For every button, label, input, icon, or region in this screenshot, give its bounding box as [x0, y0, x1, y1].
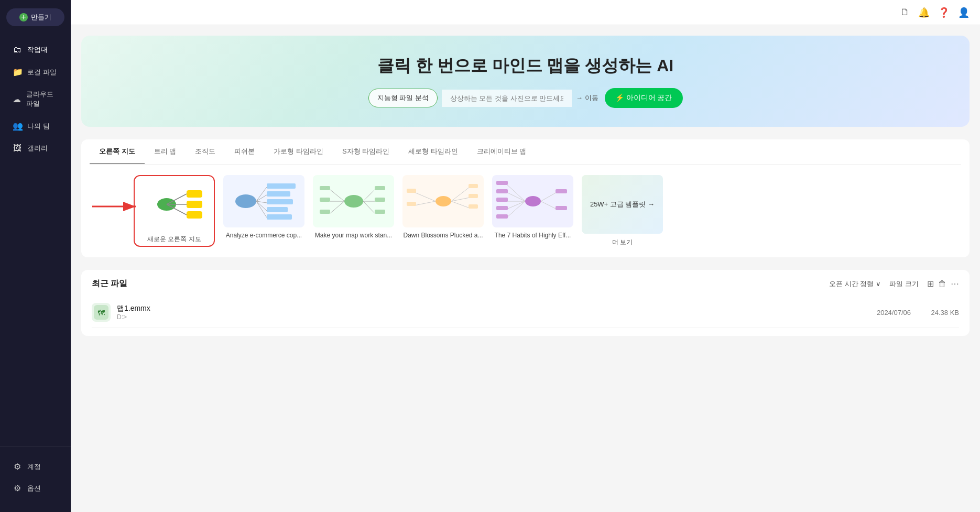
help-icon[interactable]: ❓ [938, 7, 950, 18]
svg-rect-41 [469, 184, 478, 188]
svg-rect-32 [375, 210, 385, 214]
topbar: 🗋 🔔 ❓ 👤 [71, 0, 980, 25]
svg-rect-40 [407, 202, 416, 206]
sidebar-bottom: ⚙ 계정 ⚙ 옵션 [0, 446, 71, 512]
grid-view-button[interactable]: ⊞ [927, 279, 934, 289]
svg-point-33 [435, 196, 451, 206]
hero-go-button[interactable]: → 이동 [576, 93, 598, 103]
template-card-ecommerce[interactable]: Analyze e-commerce cop... [223, 175, 304, 247]
template-card-seven-habits[interactable]: The 7 Habits of Highly Eff... [492, 175, 573, 247]
card-thumb-work [313, 175, 394, 227]
more-card-label: 25W+ 고급 템플릿 → [590, 200, 655, 209]
tab-s-timeline[interactable]: S자형 타임라인 [333, 139, 399, 165]
tab-creative-map[interactable]: 크리에이티브 맵 [467, 139, 536, 165]
view-icons: ⊞ 🗑 ⋯ [927, 279, 959, 289]
hero-title: 클릭 한 번으로 마인드 맵을 생성하는 AI [102, 55, 949, 78]
hero-tag-button[interactable]: 지능형 파일 분석 [368, 89, 438, 107]
sidebar-item-options[interactable]: ⚙ 옵션 [4, 478, 67, 498]
hero-banner: 클릭 한 번으로 마인드 맵을 생성하는 AI 지능형 파일 분석 → 이동 ⚡… [81, 36, 970, 127]
template-cards: 새로운 오른쪽 지도 [132, 175, 665, 247]
sort-button[interactable]: 오픈 시간 정렬 ∨ [829, 279, 881, 289]
tab-tree-map[interactable]: 트리 맵 [145, 139, 186, 165]
file-size: 24.38 KB [917, 309, 959, 317]
svg-rect-17 [267, 199, 293, 204]
tab-h-timeline[interactable]: 가로형 타임라인 [264, 139, 333, 165]
notification-icon[interactable]: 🔔 [918, 7, 930, 18]
sidebar-item-gallery-label: 갤러리 [27, 144, 48, 153]
svg-line-23 [330, 201, 344, 213]
svg-line-50 [541, 192, 557, 201]
svg-line-34 [415, 192, 435, 201]
content-area: 클릭 한 번으로 마인드 맵을 생성하는 AI 지능형 파일 분석 → 이동 ⚡… [71, 25, 980, 512]
see-more-label[interactable]: 더 보기 [612, 238, 633, 247]
create-button-label: 만들기 [31, 13, 51, 22]
svg-rect-16 [267, 191, 290, 197]
template-tabs: 오른쪽 지도 트리 맵 조직도 피쉬본 가로형 타임라인 S자형 타임라인 세로… [90, 139, 961, 165]
sidebar-item-options-label: 옵션 [27, 484, 41, 493]
svg-rect-31 [375, 198, 385, 202]
user-avatar[interactable]: 👤 [958, 7, 970, 18]
svg-line-21 [330, 190, 344, 201]
sidebar-item-account[interactable]: ⚙ 계정 [4, 456, 67, 477]
sidebar: + 만들기 🗂 작업대 📁 로컬 파일 ☁ 클라우드 파일 👥 나의 팀 🖼 갤… [0, 0, 71, 512]
svg-rect-57 [556, 189, 567, 193]
card-label-work-map: Make your map work stan... [313, 232, 394, 239]
svg-rect-8 [187, 211, 202, 219]
svg-rect-52 [496, 181, 508, 185]
file-row[interactable]: 🗺 맵1.emmx D:> 2024/07/06 24.38 KB [92, 298, 959, 328]
card-label-new-right-map: 새로운 오른쪽 지도 [137, 235, 212, 244]
account-icon: ⚙ [13, 462, 22, 472]
template-card-new-right-map[interactable]: 새로운 오른쪽 지도 [134, 175, 215, 247]
sidebar-item-local-files-label: 로컬 파일 [27, 68, 57, 77]
my-team-icon: 👥 [13, 121, 22, 131]
file-date: 2024/07/06 [848, 309, 911, 317]
sidebar-item-local-files[interactable]: 📁 로컬 파일 [4, 62, 67, 82]
sidebar-item-my-team-label: 나의 팀 [27, 122, 50, 131]
sidebar-item-workspace[interactable]: 🗂 작업대 [4, 40, 67, 60]
svg-rect-39 [407, 189, 416, 193]
hero-search-input[interactable] [442, 90, 572, 107]
local-files-icon: 📁 [13, 67, 22, 77]
svg-point-20 [344, 195, 363, 208]
sidebar-item-cloud-files[interactable]: ☁ 클라우드 파일 [4, 84, 67, 114]
svg-line-46 [507, 192, 525, 201]
main-content: 🗋 🔔 ❓ 👤 클릭 한 번으로 마인드 맵을 생성하는 AI 지능형 파일 분… [71, 0, 980, 512]
hero-cta-button[interactable]: ⚡ 아이디어 공간 [605, 88, 683, 108]
file-icon[interactable]: 🗋 [900, 7, 910, 18]
more-card-wrapper: 25W+ 고급 템플릿 → 더 보기 [582, 175, 663, 247]
template-card-dawn-blossoms[interactable]: Dawn Blossoms Plucked a... [402, 175, 484, 247]
sidebar-item-gallery[interactable]: 🖼 갤러리 [4, 138, 67, 158]
tab-fishbone[interactable]: 피쉬본 [225, 139, 264, 165]
tab-right-map[interactable]: 오른쪽 지도 [90, 139, 145, 165]
svg-point-44 [525, 196, 541, 206]
svg-rect-55 [496, 206, 508, 210]
sort-label: 오픈 시간 정렬 [829, 279, 874, 289]
svg-rect-27 [320, 186, 330, 190]
red-arrow-annotation [90, 196, 142, 219]
cloud-files-icon: ☁ [13, 94, 21, 104]
svg-rect-30 [375, 186, 385, 190]
svg-rect-58 [556, 206, 567, 210]
recent-title: 최근 파일 [92, 278, 127, 289]
size-label: 파일 크기 [889, 279, 919, 289]
more-options-button[interactable]: ⋯ [951, 279, 959, 289]
svg-rect-43 [469, 204, 478, 209]
recent-controls: 오픈 시간 정렬 ∨ 파일 크기 ⊞ 🗑 ⋯ [829, 279, 959, 289]
svg-line-24 [363, 190, 375, 201]
file-info: 맵1.emmx D:> [117, 304, 842, 321]
svg-line-36 [451, 187, 470, 201]
card-thumb-new [137, 178, 212, 231]
tab-v-timeline[interactable]: 세로형 타임라인 [399, 139, 467, 165]
card-thumb-habits [492, 175, 573, 227]
recent-header: 최근 파일 오픈 시간 정렬 ∨ 파일 크기 ⊞ 🗑 ⋯ [92, 278, 959, 289]
svg-text:🗺: 🗺 [97, 309, 105, 317]
tab-org-chart[interactable]: 조직도 [186, 139, 225, 165]
sidebar-item-my-team[interactable]: 👥 나의 팀 [4, 116, 67, 136]
sidebar-nav: 🗂 작업대 📁 로컬 파일 ☁ 클라우드 파일 👥 나의 팀 🖼 갤러리 [0, 35, 71, 446]
delete-button[interactable]: 🗑 [938, 279, 946, 289]
template-section: 오른쪽 지도 트리 맵 조직도 피쉬본 가로형 타임라인 S자형 타임라인 세로… [81, 139, 970, 257]
create-button[interactable]: + 만들기 [6, 8, 64, 26]
template-card-work-map[interactable]: Make your map work stan... [313, 175, 394, 247]
gallery-icon: 🖼 [13, 144, 22, 153]
more-card[interactable]: 25W+ 고급 템플릿 → [582, 175, 663, 234]
